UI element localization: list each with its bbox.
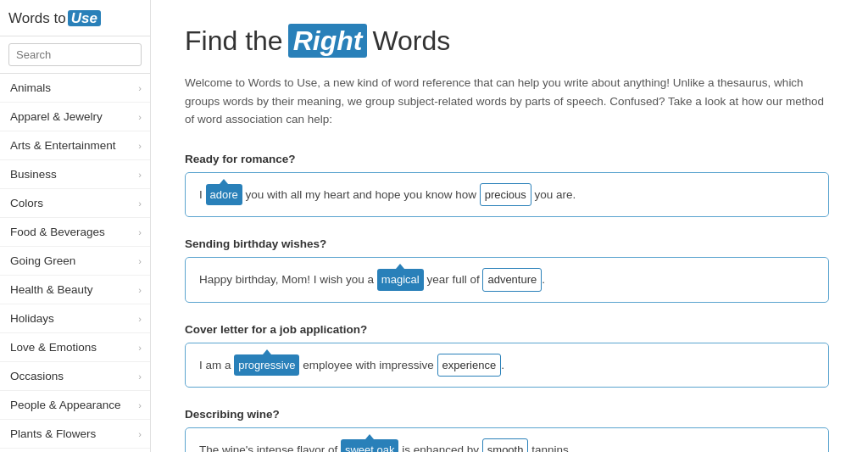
- sidebar-item-label: Animals: [10, 81, 51, 94]
- chevron-right-icon: ›: [138, 314, 142, 324]
- logo-use-highlight: Use: [68, 10, 101, 26]
- example-box-3: The wine's intense flavor of sweet oak i…: [185, 427, 829, 452]
- sidebar-item-label: Business: [10, 168, 57, 181]
- sidebar-item-label: Arts & Entertainment: [10, 139, 116, 152]
- highlight-word: adore: [206, 184, 242, 205]
- examples-container: Ready for romance?I adore you with all m…: [185, 153, 834, 452]
- sidebar-item-food-beverages[interactable]: Food & Beverages›: [0, 218, 150, 247]
- sidebar-item-people-appearance[interactable]: People & Appearance›: [0, 391, 150, 420]
- chevron-right-icon: ›: [138, 400, 142, 410]
- chevron-right-icon: ›: [138, 198, 142, 209]
- chevron-right-icon: ›: [138, 429, 142, 439]
- search-area: [0, 36, 150, 74]
- example-question-1: Sending birthday wishes?: [185, 237, 829, 250]
- chevron-right-icon: ›: [138, 256, 142, 266]
- sidebar-item-label: Food & Beverages: [10, 226, 105, 238]
- search-input[interactable]: [8, 43, 142, 66]
- sidebar-item-apparel-jewelry[interactable]: Apparel & Jewelry›: [0, 103, 150, 131]
- chevron-right-icon: ›: [138, 170, 142, 180]
- intro-text: Welcome to Words to Use, a new kind of w…: [185, 74, 829, 129]
- sidebar-item-label: Going Green: [10, 254, 75, 267]
- sidebar-item-plants-flowers[interactable]: Plants & Flowers›: [0, 420, 150, 449]
- sidebar: Words toUse Animals›Apparel & Jewelry›Ar…: [0, 0, 151, 452]
- sidebar-item-arts-entertainment[interactable]: Arts & Entertainment›: [0, 131, 150, 160]
- example-box-1: Happy birthday, Mom! I wish you a magica…: [185, 257, 829, 302]
- title-after: Words: [372, 25, 450, 56]
- logo-words-to: Words to: [8, 10, 66, 26]
- example-question-3: Describing wine?: [185, 408, 829, 421]
- highlight-word: precious: [480, 183, 531, 206]
- chevron-right-icon: ›: [138, 227, 142, 237]
- sidebar-item-holidays[interactable]: Holidays›: [0, 304, 150, 333]
- highlight-word: experience: [437, 354, 502, 377]
- example-section-3: Describing wine?The wine's intense flavo…: [185, 408, 829, 452]
- highlight-word: magical: [377, 269, 424, 290]
- sidebar-item-label: People & Appearance: [10, 399, 121, 411]
- nav-menu: Animals›Apparel & Jewelry›Arts & Enterta…: [0, 74, 150, 452]
- sidebar-item-going-green[interactable]: Going Green›: [0, 247, 150, 276]
- example-box-0: I adore you with all my heart and hope y…: [185, 172, 829, 217]
- example-question-0: Ready for romance?: [185, 153, 829, 165]
- chevron-right-icon: ›: [138, 112, 142, 122]
- example-question-2: Cover letter for a job application?: [185, 323, 829, 336]
- page-title: Find theRightWords: [185, 25, 834, 57]
- highlight-word: adventure: [482, 268, 542, 291]
- sidebar-item-label: Apparel & Jewelry: [10, 110, 103, 123]
- sidebar-item-label: Plants & Flowers: [10, 427, 96, 440]
- title-before: Find the: [185, 25, 283, 56]
- chevron-right-icon: ›: [138, 343, 142, 353]
- sidebar-item-real-estate[interactable]: Real Estate›: [0, 449, 150, 452]
- sidebar-item-label: Health & Beauty: [10, 283, 93, 296]
- sidebar-item-animals[interactable]: Animals›: [0, 74, 150, 103]
- example-section-1: Sending birthday wishes?Happy birthday, …: [185, 237, 829, 302]
- example-section-0: Ready for romance?I adore you with all m…: [185, 153, 829, 217]
- chevron-right-icon: ›: [138, 83, 142, 93]
- sidebar-item-business[interactable]: Business›: [0, 160, 150, 189]
- logo-text: Words toUse: [8, 10, 101, 26]
- chevron-right-icon: ›: [138, 141, 142, 151]
- sidebar-item-health-beauty[interactable]: Health & Beauty›: [0, 276, 150, 304]
- sidebar-item-colors[interactable]: Colors›: [0, 189, 150, 218]
- sidebar-item-label: Love & Emotions: [10, 341, 97, 354]
- sidebar-item-occasions[interactable]: Occasions›: [0, 362, 150, 391]
- example-box-2: I am a progressive employee with impress…: [185, 343, 829, 388]
- highlight-word: progressive: [234, 354, 299, 376]
- logo-area: Words toUse: [0, 0, 150, 36]
- highlight-word: smooth: [482, 438, 529, 452]
- sidebar-item-label: Holidays: [10, 312, 54, 325]
- chevron-right-icon: ›: [138, 371, 142, 382]
- sidebar-item-label: Occasions: [10, 370, 64, 382]
- main-content: Find theRightWords Welcome to Words to U…: [151, 0, 868, 452]
- sidebar-item-love-emotions[interactable]: Love & Emotions›: [0, 333, 150, 362]
- highlight-word: sweet oak: [341, 439, 399, 452]
- example-section-2: Cover letter for a job application?I am …: [185, 323, 829, 388]
- sidebar-item-label: Colors: [10, 197, 43, 209]
- chevron-right-icon: ›: [138, 285, 142, 295]
- title-right-highlight: Right: [288, 24, 368, 58]
